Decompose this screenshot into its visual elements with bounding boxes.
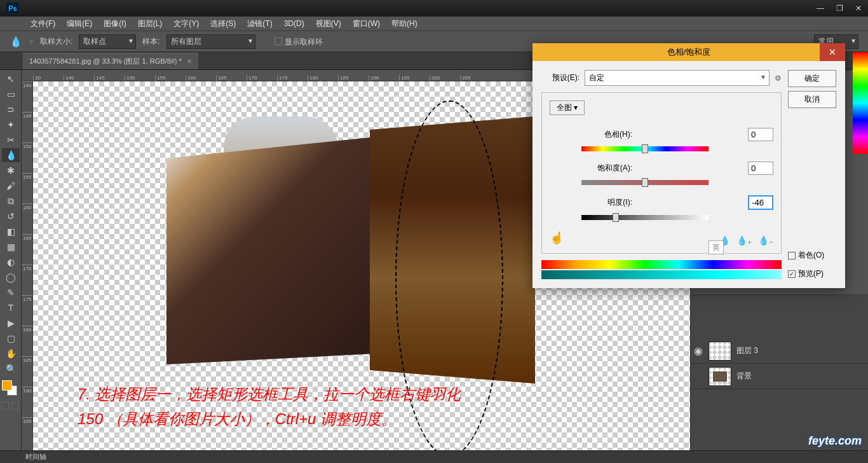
magic-wand-tool[interactable]: ✦	[2, 118, 20, 132]
menu-layer[interactable]: 图层(L)	[133, 17, 168, 31]
history-brush-tool[interactable]: ↺	[2, 209, 20, 223]
dialog-close-button[interactable]: ✕	[820, 43, 845, 61]
hue-saturation-dialog: 色相/饱和度 ✕ 预设(E): 自定 ⚙ 全图 ▾ 色相(H): 饱和度(A):	[532, 43, 845, 288]
marquee-tool[interactable]: ▭	[2, 87, 20, 101]
dodge-tool[interactable]: ◯	[2, 270, 20, 284]
cancel-button[interactable]: 取消	[788, 91, 836, 108]
lightness-input[interactable]	[748, 195, 773, 210]
move-tool[interactable]: ↖	[2, 72, 20, 86]
menu-select[interactable]: 选择(S)	[205, 17, 241, 31]
menu-file[interactable]: 文件(F)	[25, 17, 60, 31]
sample-size-dropdown[interactable]: 取样点	[79, 34, 136, 49]
spectrum-result-bar	[541, 270, 782, 279]
eyedropper-add-icon[interactable]: 💧₊	[736, 235, 752, 245]
layer-row[interactable]: ◉ 图层 3	[691, 338, 868, 364]
ruler-vertical: 140145150155160165170175180185190195	[22, 81, 33, 450]
hue-slider[interactable]	[581, 146, 709, 153]
channel-dropdown[interactable]: 全图 ▾	[550, 100, 585, 115]
preview-label: 预览(P)	[798, 268, 824, 279]
quickmask-button[interactable]	[1, 402, 9, 410]
gear-icon[interactable]: ⚙	[775, 74, 782, 83]
color-swatches[interactable]	[2, 380, 19, 397]
clone-tool[interactable]: ⧉	[2, 194, 20, 208]
menu-3d[interactable]: 3D(D)	[279, 18, 309, 29]
sample-size-label: 取样大小:	[40, 36, 72, 47]
eraser-tool[interactable]: ◧	[2, 225, 20, 238]
dialog-title-bar[interactable]: 色相/饱和度 ✕	[532, 43, 845, 61]
app-logo: Ps	[6, 3, 19, 14]
path-select-tool[interactable]: ▶	[2, 316, 20, 330]
hue-input[interactable]	[748, 128, 773, 141]
bottom-panel-tab[interactable]: 时间轴	[0, 450, 868, 463]
menu-type[interactable]: 文字(Y)	[168, 17, 204, 31]
spot-heal-tool[interactable]: ✱	[2, 163, 20, 177]
preview-checkbox[interactable]: ✓	[788, 270, 796, 278]
shape-tool[interactable]: ▢	[2, 331, 20, 345]
eyedropper-tool[interactable]: 💧	[2, 148, 20, 162]
sample-dropdown[interactable]: 所有图层	[166, 34, 255, 49]
colorize-label: 着色(O)	[798, 250, 824, 261]
brush-tool[interactable]: 🖌	[2, 179, 20, 193]
document-tab[interactable]: 1403577584281.jpg @ 33.3% (图层 1, RGB/8#)…	[23, 53, 198, 69]
minimize-button[interactable]: —	[811, 0, 830, 17]
preset-label: 预设(E):	[541, 73, 580, 83]
hand-tool[interactable]: ✋	[2, 347, 20, 361]
menu-help[interactable]: 帮助(H)	[386, 17, 423, 31]
screenmode-button[interactable]	[11, 402, 19, 410]
maximize-button[interactable]: ❐	[830, 0, 849, 17]
crop-tool[interactable]: ✂	[2, 133, 20, 147]
preset-dropdown[interactable]: 自定	[585, 70, 770, 86]
show-ring-label: 显示取样环	[285, 38, 323, 46]
menu-image[interactable]: 图像(I)	[98, 17, 131, 31]
layer-thumbnail[interactable]	[709, 342, 731, 361]
saturation-label: 饱和度(A):	[550, 163, 632, 174]
menu-filter[interactable]: 滤镜(T)	[242, 17, 277, 31]
blur-tool[interactable]: ◐	[2, 255, 20, 269]
annotation-text: 7. 选择图层一，选择矩形选框工具，拉一个选框右键羽化 150 （具体看你图片大…	[78, 382, 461, 431]
visibility-icon[interactable]: ◉	[693, 345, 703, 357]
menu-view[interactable]: 视图(V)	[311, 17, 346, 31]
menubar: 文件(F) 编辑(E) 图像(I) 图层(L) 文字(Y) 选择(S) 滤镜(T…	[0, 17, 868, 31]
layer-name[interactable]: 图层 3	[736, 345, 758, 356]
layer-thumbnail[interactable]	[709, 367, 731, 386]
sample-label: 样本:	[142, 36, 159, 47]
toolbar: ↖ ▭ ⊃ ✦ ✂ 💧 ✱ 🖌 ⧉ ↺ ◧ ▦ ◐ ◯ ✎ T ▶ ▢ ✋ 🔍	[0, 70, 22, 463]
zoom-tool[interactable]: 🔍	[2, 362, 20, 376]
close-button[interactable]: ✕	[849, 0, 868, 17]
saturation-slider[interactable]	[581, 180, 709, 186]
gradient-tool[interactable]: ▦	[2, 240, 20, 254]
show-ring-checkbox[interactable]	[275, 38, 282, 45]
colorize-checkbox[interactable]	[788, 252, 796, 259]
foreground-color[interactable]	[2, 380, 12, 390]
hand-icon[interactable]: ☝	[550, 231, 564, 245]
menu-edit[interactable]: 编辑(E)	[62, 17, 97, 31]
layer-name[interactable]: 背景	[736, 371, 752, 382]
spectrum-bar	[541, 260, 782, 269]
lasso-tool[interactable]: ⊃	[2, 102, 20, 116]
dialog-title: 色相/饱和度	[667, 46, 711, 58]
ok-button[interactable]: 确定	[788, 70, 836, 87]
lightness-label: 明度(I):	[550, 197, 632, 208]
type-tool[interactable]: T	[2, 301, 20, 315]
ime-indicator[interactable]: 英	[709, 240, 724, 254]
saturation-input[interactable]	[748, 162, 773, 175]
tab-close-icon[interactable]: ✕	[187, 58, 192, 65]
hue-label: 色相(H):	[550, 129, 632, 140]
lightness-slider[interactable]	[581, 215, 709, 221]
eyedropper-subtract-icon[interactable]: 💧₋	[758, 235, 773, 245]
options-divider: ▾	[29, 36, 34, 48]
layer-row[interactable]: 背景	[691, 364, 868, 389]
color-panel-strip[interactable]	[853, 52, 868, 154]
eyedropper-icon: 💧	[10, 36, 22, 48]
pen-tool[interactable]: ✎	[2, 286, 20, 300]
watermark: feyte.com	[808, 434, 862, 448]
menu-window[interactable]: 窗口(W)	[348, 17, 385, 31]
document-tab-title: 1403577584281.jpg @ 33.3% (图层 1, RGB/8#)…	[29, 57, 182, 66]
